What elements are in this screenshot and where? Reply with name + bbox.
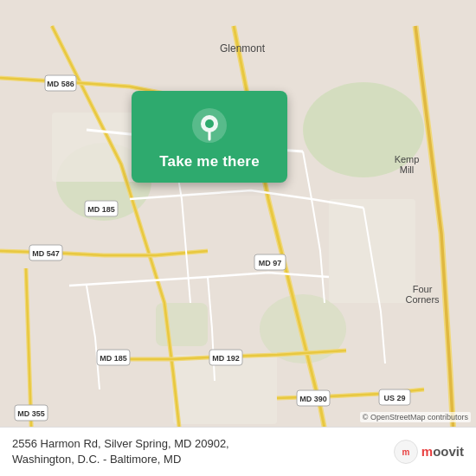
svg-text:MD 192: MD 192 [212, 354, 240, 363]
moovit-icon: m [394, 440, 418, 464]
pin-icon [190, 106, 228, 145]
svg-rect-5 [329, 199, 415, 303]
svg-text:MD 547: MD 547 [32, 249, 60, 258]
svg-text:MD 355: MD 355 [17, 409, 45, 418]
svg-text:Mill: Mill [400, 164, 415, 175]
moovit-logo: m moovit [394, 440, 464, 464]
svg-point-34 [205, 119, 214, 128]
location-card: Take me there [132, 91, 287, 183]
map-svg: MD 586 MD 97 MD 185 MD 547 MD 97 MD 185 … [0, 0, 476, 476]
svg-text:MD 97: MD 97 [259, 259, 282, 267]
bottom-bar: 2556 Harmon Rd, Silver Spring, MD 20902,… [0, 427, 476, 476]
svg-text:Glenmont: Glenmont [220, 42, 266, 55]
svg-text:Corners: Corners [405, 294, 440, 305]
svg-text:MD 390: MD 390 [299, 395, 327, 403]
address-text: 2556 Harmon Rd, Silver Spring, MD 20902,… [12, 436, 394, 467]
svg-text:Four: Four [413, 284, 433, 294]
svg-text:MD 185: MD 185 [100, 354, 127, 363]
take-me-there-button[interactable]: Take me there [159, 153, 260, 170]
svg-text:MD 586: MD 586 [47, 80, 74, 88]
svg-text:MD 185: MD 185 [87, 205, 115, 214]
svg-text:Kemp: Kemp [395, 154, 420, 164]
svg-text:m: m [402, 447, 409, 457]
svg-text:US 29: US 29 [383, 394, 405, 402]
map-container: MD 586 MD 97 MD 185 MD 547 MD 97 MD 185 … [0, 0, 476, 476]
moovit-text: moovit [421, 444, 464, 459]
attribution: © OpenStreetMap contributors [360, 412, 471, 422]
